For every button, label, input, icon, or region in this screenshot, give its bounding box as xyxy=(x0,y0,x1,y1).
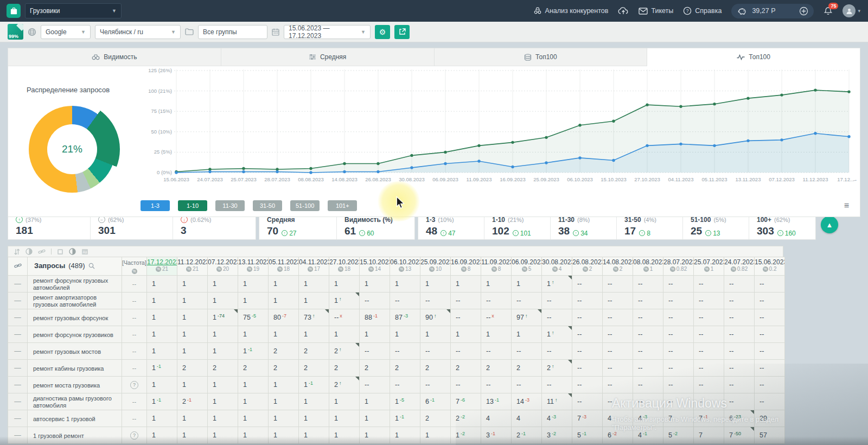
position-cell[interactable]: 2 xyxy=(238,360,269,377)
row-drag-handle[interactable]: — xyxy=(8,410,28,427)
position-cell[interactable]: 4 xyxy=(512,410,542,427)
position-cell[interactable]: 1-5 xyxy=(390,393,420,410)
position-cell[interactable]: 1 xyxy=(299,293,329,309)
position-cell[interactable]: -- xyxy=(724,393,755,410)
position-cell[interactable]: -- xyxy=(572,276,603,293)
region-select[interactable]: Челябинск / ru▼ xyxy=(95,25,181,39)
position-cell[interactable]: -- xyxy=(755,343,785,360)
position-cell[interactable]: 1 xyxy=(238,427,269,444)
position-cell[interactable]: -- xyxy=(420,377,451,393)
position-cell[interactable]: -- xyxy=(360,293,390,309)
position-cell[interactable]: 1 xyxy=(481,276,512,293)
position-cell[interactable]: 4 xyxy=(603,410,633,427)
position-cell[interactable]: 1 xyxy=(208,427,238,444)
position-cell[interactable]: 1 xyxy=(360,326,390,343)
position-cell[interactable]: 1↑ xyxy=(542,276,572,293)
date-column-header[interactable]: 07.12.2023%20 xyxy=(208,257,238,276)
position-cell[interactable]: 1 xyxy=(208,293,238,309)
nav-tickets[interactable]: Тикеты xyxy=(639,7,673,15)
position-cell[interactable]: 1 xyxy=(147,309,177,326)
position-cell[interactable]: 2 xyxy=(420,410,451,427)
position-cell[interactable]: -- xyxy=(542,309,572,326)
position-cell[interactable]: -- xyxy=(360,377,390,393)
position-cell[interactable]: 2-1 xyxy=(512,427,542,444)
query-cell[interactable]: ремонт амортизаторов грузовых автомобиле… xyxy=(28,293,122,309)
position-cell[interactable]: 2↑ xyxy=(542,360,572,377)
position-cell[interactable]: -- xyxy=(481,343,512,360)
query-cell[interactable]: ремонт форсунок грузовиков xyxy=(28,326,122,343)
date-column-header[interactable]: 05.11.2023%18 xyxy=(269,257,299,276)
position-cell[interactable]: -- xyxy=(603,393,633,410)
groups-input[interactable]: Все группы xyxy=(198,25,267,39)
queries-column-header[interactable]: Запросы(489) xyxy=(28,257,122,276)
position-cell[interactable]: 2↑ xyxy=(329,343,360,360)
position-cell[interactable]: 2 xyxy=(360,360,390,377)
position-cell[interactable]: 1-1 xyxy=(390,410,420,427)
position-cell[interactable]: 1 xyxy=(208,377,238,393)
row-drag-handle[interactable]: — xyxy=(8,293,28,309)
position-cell[interactable]: -- xyxy=(572,309,603,326)
position-cell[interactable]: 2 xyxy=(208,360,238,377)
position-cell[interactable]: -- xyxy=(694,293,724,309)
position-cell[interactable]: 1↑ xyxy=(329,293,360,309)
nav-help[interactable]: ? Справка xyxy=(683,7,722,15)
position-cell[interactable]: 2 xyxy=(329,360,360,377)
link-icon[interactable] xyxy=(38,248,46,255)
position-cell[interactable]: 73↑ xyxy=(299,309,329,326)
position-cell[interactable]: 1 xyxy=(177,326,208,343)
position-cell[interactable]: 1 xyxy=(269,393,299,410)
position-cell[interactable]: 80-7 xyxy=(269,309,299,326)
position-cell[interactable]: 1 xyxy=(147,343,177,360)
position-cell[interactable]: -- xyxy=(603,326,633,343)
position-cell[interactable]: 2 xyxy=(269,343,299,360)
balance-pill[interactable]: 39,27 Р xyxy=(731,4,814,18)
position-cell[interactable]: -- xyxy=(390,377,420,393)
folder-icon[interactable] xyxy=(185,28,194,35)
nav-competitors[interactable]: Анализ конкурентов xyxy=(533,7,609,15)
date-column-header[interactable]: 15.06.2023%0.2 xyxy=(755,257,785,276)
position-cell[interactable]: 1 xyxy=(451,326,481,343)
row-drag-handle[interactable]: — xyxy=(8,326,28,343)
position-cell[interactable]: -- xyxy=(755,393,785,410)
position-cell[interactable]: 1 xyxy=(329,410,360,427)
query-cell[interactable]: ремонт грузовых мостов xyxy=(28,343,122,360)
position-cell[interactable]: 1 xyxy=(299,276,329,293)
position-cell[interactable]: -- xyxy=(572,293,603,309)
date-column-header[interactable]: 25.09.2023%10 xyxy=(420,257,451,276)
export-button[interactable] xyxy=(394,25,410,39)
search-engine-select[interactable]: Google▼ xyxy=(41,25,91,39)
position-cell[interactable]: -- xyxy=(542,343,572,360)
position-cell[interactable]: -- xyxy=(481,293,512,309)
position-cell[interactable]: -- xyxy=(633,326,663,343)
position-cell[interactable]: 1 xyxy=(238,393,269,410)
line-chart[interactable]: 0 (0%)25 (5%)50 (10%)75 (15%)100 (21%)12… xyxy=(144,66,860,197)
query-cell[interactable]: автосервис 1 грузовой xyxy=(28,410,122,427)
position-cell[interactable]: -- xyxy=(663,343,694,360)
position-cell[interactable]: 88-1 xyxy=(360,309,390,326)
position-cell[interactable]: -- xyxy=(694,309,724,326)
tab-average[interactable]: Средняя xyxy=(221,48,435,66)
position-cell[interactable]: 97↑ xyxy=(512,309,542,326)
position-cell[interactable]: 1 xyxy=(360,393,390,410)
position-cell[interactable]: -- xyxy=(603,377,633,393)
legend-button-11-30[interactable]: 11-30 xyxy=(215,200,245,211)
position-cell[interactable]: 5-1 xyxy=(572,427,603,444)
position-cell[interactable]: 1 xyxy=(451,276,481,293)
date-column-header[interactable]: 08.08.2023%1 xyxy=(633,257,663,276)
position-cell[interactable]: -- xyxy=(603,360,633,377)
position-cell[interactable]: 1 xyxy=(147,377,177,393)
position-cell[interactable]: 1 xyxy=(147,427,177,444)
date-column-header[interactable]: 06.09.2023%5 xyxy=(512,257,542,276)
position-cell[interactable]: -- xyxy=(694,393,724,410)
position-cell[interactable]: -- xyxy=(694,343,724,360)
date-column-header[interactable]: 30.08.2023%4 xyxy=(542,257,572,276)
position-cell[interactable]: -- xyxy=(420,293,451,309)
date-range-select[interactable]: 15.06.2023 — 17.12.2023▼ xyxy=(284,25,371,39)
position-cell[interactable]: -- xyxy=(572,393,603,410)
position-cell[interactable]: 1 xyxy=(177,276,208,293)
position-cell[interactable]: -- xyxy=(633,393,663,410)
legend-button-1-3[interactable]: 1-3 xyxy=(141,200,170,211)
position-cell[interactable]: 2 xyxy=(481,360,512,377)
position-cell[interactable]: 2 xyxy=(177,360,208,377)
position-cell[interactable]: -- xyxy=(451,377,481,393)
